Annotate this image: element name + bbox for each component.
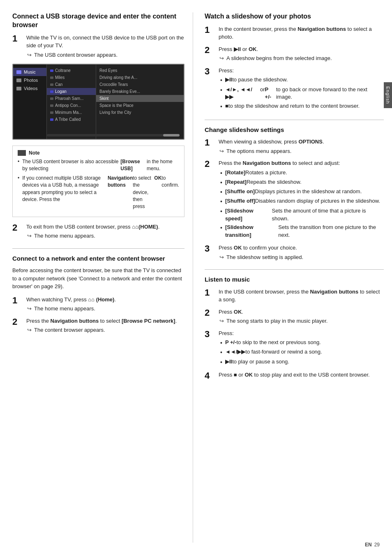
section-slideshow-heading: Watch a slideshow of your photos xyxy=(205,12,384,21)
step-usb-1: 1 While the TV is on, connect the USB de… xyxy=(12,34,184,60)
step-music-2: 2 Press OK. ↪ The song starts to play in… xyxy=(205,308,384,326)
divider-3 xyxy=(205,269,384,270)
arrow-icon-5: ↪ xyxy=(219,54,224,62)
step-settings1-arrow: The options menu appears. xyxy=(226,147,291,155)
step-music3-bullets: P +/- to skip to the next or previous so… xyxy=(220,339,384,366)
divider-1 xyxy=(12,248,184,249)
step-net-num-2: 2 xyxy=(12,317,24,327)
step-music-num-1: 1 xyxy=(205,288,216,298)
step-net-1: 1 When watching TV, press ⌂ (Home). ↪ Th… xyxy=(12,296,184,314)
step-settings-num-2: 2 xyxy=(205,159,216,169)
step-slide-1: 1 In the content browser, press the Navi… xyxy=(205,25,384,42)
bullet-item: ◄◄/▶▶ to fast-forward or rewind a song. xyxy=(220,348,384,356)
note-list: The USB content browser is also accessib… xyxy=(18,158,179,210)
page-number-area: EN 29 xyxy=(365,542,380,548)
step2-arrow-text: The home menu appears. xyxy=(34,232,95,240)
section-settings-heading: Change slideshow settings xyxy=(205,126,384,134)
step-net2-arrow-text: The content browser appears. xyxy=(34,326,105,334)
divider-2 xyxy=(205,120,384,120)
step-settings-num-1: 1 xyxy=(205,138,216,148)
left-column: Connect a USB storage device and enter t… xyxy=(0,12,193,543)
section-connect-usb: Connect a USB storage device and enter t… xyxy=(12,12,184,241)
arrow-icon-8: ↪ xyxy=(219,317,224,325)
step-num-1: 1 xyxy=(12,34,24,44)
step-music-1: 1 In the USB content browser, press the … xyxy=(205,288,384,305)
step-settings-2: 2 Press the Navigation buttons to select… xyxy=(205,159,384,240)
step-music-num-2: 2 xyxy=(205,308,216,318)
step1-text: While the TV is on, connect the USB devi… xyxy=(26,34,184,50)
section-network-heading: Connect to a network and enter the conte… xyxy=(12,254,184,263)
bullet-item: [Shuffle on] Displays pictures in the sl… xyxy=(220,188,384,196)
screenshot-image: Music Photos Videos Coltrane Miles xyxy=(12,64,184,140)
home-icon-2: ⌂ xyxy=(88,296,95,303)
section-network-intro: Before accessing the content browser, be… xyxy=(12,266,184,291)
step-music-3: 3 Press: P +/- to skip to the next or pr… xyxy=(205,329,384,368)
section-music-heading: Listen to music xyxy=(205,275,384,284)
bullet-item: ◄/►, ◄◄/▶▶ or P +/- to go back or move f… xyxy=(220,86,384,102)
step1-arrow-text: The USB content browser appears. xyxy=(34,51,118,59)
step-music2-arrow: The song starts to play in the music pla… xyxy=(226,317,327,325)
section-music: Listen to music 1 In the USB content bro… xyxy=(205,275,384,381)
arrow-icon-6: ↪ xyxy=(219,147,224,155)
home-icon: ⌂ xyxy=(132,224,138,230)
bullet-item: ▶II to pause the slideshow. xyxy=(220,76,384,84)
step-num-2: 2 xyxy=(12,223,24,233)
step-settings-3: 3 Press OK to confirm your choice. ↪ The… xyxy=(205,244,384,262)
section-connect-network: Connect to a network and enter the conte… xyxy=(12,254,184,335)
arrow-icon-4: ↪ xyxy=(27,326,32,334)
step-usb-2: 2 To exit from the USB content browser, … xyxy=(12,223,184,241)
bullet-item: [Slideshow speed] Sets the amount of tim… xyxy=(220,207,384,223)
step-slide3-bullets: ▶II to pause the slideshow. ◄/►, ◄◄/▶▶ o… xyxy=(220,76,384,111)
section-usb-heading: Connect a USB storage device and enter t… xyxy=(12,12,184,30)
step-slide-num-3: 3 xyxy=(205,67,216,76)
bullet-item: [Shuffle off] Disables random display of… xyxy=(220,197,384,206)
step-net1-arrow-text: The home menu appears. xyxy=(34,305,95,313)
bullet-item: ▶II to play or pause a song. xyxy=(220,358,384,366)
arrow-icon-3: ↪ xyxy=(27,305,32,313)
step-slide2-arrow: A slideshow begins from the selected ima… xyxy=(226,54,332,62)
bullet-item: [Rotate] Rotates a picture. xyxy=(220,169,384,177)
note-label: Note xyxy=(29,150,40,156)
step-net-num-1: 1 xyxy=(12,296,24,305)
language-tab: English xyxy=(384,82,392,108)
en-label: EN xyxy=(365,542,372,548)
sidebar-photos: Photos xyxy=(13,76,46,84)
note-item-2: If you connect multiple USB storage devi… xyxy=(18,175,179,210)
bullet-item: [Repeat] Repeats the slideshow. xyxy=(220,178,384,187)
section-slideshow: Watch a slideshow of your photos 1 In th… xyxy=(205,12,384,112)
right-column: Watch a slideshow of your photos 1 In th… xyxy=(193,12,392,543)
step-settings2-bullets: [Rotate] Rotates a picture. [Repeat] Rep… xyxy=(220,169,384,240)
arrow-icon-2: ↪ xyxy=(27,232,32,240)
step-settings-1: 1 When viewing a slideshow, press OPTION… xyxy=(205,138,384,156)
bullet-item: [Slideshow transition] Sets the transiti… xyxy=(220,224,384,239)
note-item-1: The USB content browser is also accessib… xyxy=(18,158,179,173)
note-box: Note The USB content browser is also acc… xyxy=(12,146,184,217)
sidebar-videos: Videos xyxy=(13,84,46,92)
arrow-icon-7: ↪ xyxy=(219,253,224,261)
note-icon xyxy=(18,150,26,156)
step-slide-2: 2 Press ▶II or OK. ↪ A slideshow begins … xyxy=(205,45,384,63)
bullet-item: P +/- to skip to the next or previous so… xyxy=(220,339,384,347)
page-num: 29 xyxy=(374,542,380,548)
section-slideshow-settings: Change slideshow settings 1 When viewing… xyxy=(205,126,384,262)
step-slide-3: 3 Press: ▶II to pause the slideshow. ◄/►… xyxy=(205,67,384,112)
arrow-icon: ↪ xyxy=(27,51,32,59)
step-net-2: 2 Press the Navigation buttons to select… xyxy=(12,317,184,335)
step-settings3-arrow: The slideshow setting is applied. xyxy=(226,253,303,261)
step-music-4: 4 Press ■ or OK to stop play and exit to… xyxy=(205,371,384,381)
step-settings-num-3: 3 xyxy=(205,244,216,254)
step-slide-num-2: 2 xyxy=(205,45,216,55)
sidebar-music: Music xyxy=(13,68,46,76)
bullet-item: ■ to stop the slideshow and return to th… xyxy=(220,102,384,111)
step-slide-num-1: 1 xyxy=(205,25,216,35)
step-music-num-3: 3 xyxy=(205,329,216,339)
step-music-num-4: 4 xyxy=(205,371,216,381)
